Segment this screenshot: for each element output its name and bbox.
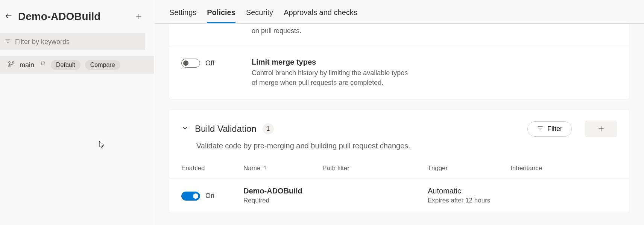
chevron-down-icon[interactable] — [181, 124, 189, 133]
bv-row-name: Demo-ADOBuild — [243, 187, 322, 195]
policies-card: Check to see that all comments have been… — [169, 24, 629, 99]
branch-icon — [8, 60, 15, 69]
filter-icon — [5, 38, 11, 46]
toggle-state-label: On — [205, 192, 214, 200]
filter-input[interactable] — [11, 38, 140, 46]
sidebar-header: Demo-ADOBuild — [0, 0, 154, 32]
filter-box[interactable] — [0, 33, 145, 50]
tab-policies[interactable]: Policies — [207, 8, 235, 23]
tab-settings[interactable]: Settings — [169, 8, 196, 23]
policy-text-limit-merge: Limit merge types Control branch history… — [252, 58, 410, 88]
svg-point-2 — [12, 62, 14, 63]
col-name-label: Name — [243, 165, 260, 172]
toggle-state-label: Off — [205, 59, 214, 67]
policy-row-comment-resolution: Check to see that all comments have been… — [169, 24, 629, 47]
bv-count-badge: 1 — [263, 123, 274, 134]
col-inheritance[interactable]: Inheritance — [510, 165, 617, 172]
bv-table: Enabled Name Path filter Trigger Inherit… — [181, 162, 617, 213]
bv-header: Build Validation 1 Filter — [181, 121, 617, 137]
tabs: Settings Policies Security Approvals and… — [154, 0, 644, 24]
sort-asc-icon — [263, 165, 268, 172]
bv-row-trigger-col: Automatic Expires after 12 hours — [428, 187, 510, 204]
bv-title: Build Validation — [195, 124, 257, 134]
bv-row-name-col: Demo-ADOBuild Required — [243, 187, 322, 204]
bv-row-toggle-col: On — [181, 191, 243, 201]
content: Check to see that all comments have been… — [154, 24, 644, 225]
bv-row-name-sub: Required — [243, 197, 322, 204]
main: Settings Policies Security Approvals and… — [154, 0, 644, 225]
svg-point-1 — [9, 65, 10, 67]
policy-row-limit-merge: Off Limit merge types Control branch his… — [169, 47, 629, 99]
col-path-filter[interactable]: Path filter — [322, 165, 428, 172]
toggle-limit-merge[interactable] — [181, 59, 200, 68]
col-name[interactable]: Name — [243, 165, 322, 172]
bv-add-button[interactable] — [585, 121, 617, 137]
repo-title: Demo-ADOBuild — [18, 11, 128, 23]
bv-filter-button[interactable]: Filter — [527, 121, 572, 137]
toggle-col-limit-merge: Off — [181, 58, 243, 68]
badge-compare[interactable]: Compare — [85, 60, 120, 70]
bv-row[interactable]: On Demo-ADOBuild Required Automatic Expi… — [181, 178, 617, 213]
sidebar: Demo-ADOBuild main Default Compare — [0, 0, 154, 225]
toggle-col — [181, 24, 243, 24]
svg-point-0 — [9, 62, 10, 63]
filter-icon — [537, 125, 544, 133]
policy-desc: Control branch history by limiting the a… — [252, 68, 410, 88]
bv-subtitle: Validate code by pre-merging and buildin… — [196, 142, 617, 150]
branch-row-main[interactable]: main Default Compare — [0, 56, 154, 74]
tab-security[interactable]: Security — [246, 8, 273, 23]
build-validation-card: Build Validation 1 Filter Validate code … — [169, 110, 629, 213]
add-branch-button[interactable] — [133, 11, 145, 23]
tab-approvals[interactable]: Approvals and checks — [284, 8, 357, 23]
col-trigger[interactable]: Trigger — [428, 165, 510, 172]
default-branch-icon — [39, 61, 46, 69]
policy-title: Limit merge types — [252, 58, 410, 66]
policy-text: Check to see that all comments have been… — [252, 24, 407, 36]
branch-name: main — [20, 61, 34, 69]
bv-row-trigger: Automatic — [428, 187, 510, 195]
back-arrow-icon[interactable] — [5, 12, 13, 21]
badge-default[interactable]: Default — [51, 60, 80, 70]
policy-desc-line2: on pull requests. — [252, 26, 407, 36]
bv-row-trigger-sub: Expires after 12 hours — [428, 197, 510, 204]
bv-thead: Enabled Name Path filter Trigger Inherit… — [181, 162, 617, 178]
col-enabled[interactable]: Enabled — [181, 165, 243, 172]
bv-filter-label: Filter — [547, 125, 562, 133]
toggle-build-validation[interactable] — [181, 192, 200, 201]
